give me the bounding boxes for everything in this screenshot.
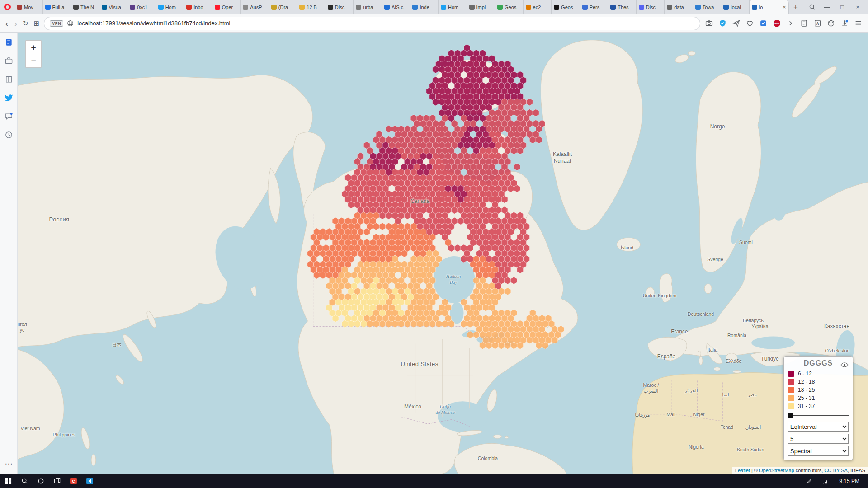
shield-icon[interactable] bbox=[718, 19, 727, 28]
legend-swatch bbox=[788, 379, 794, 385]
pen-icon[interactable] bbox=[801, 474, 817, 488]
sidebar-workspaces-icon[interactable] bbox=[4, 56, 14, 66]
browser-tab[interactable]: 12 B bbox=[297, 0, 326, 14]
new-tab-button[interactable]: + bbox=[789, 3, 802, 12]
cortana-icon[interactable] bbox=[33, 474, 49, 488]
browser-tab[interactable]: AIS c bbox=[382, 0, 410, 14]
app-red-icon[interactable]: C bbox=[65, 474, 81, 488]
browser-tab[interactable]: Inde bbox=[410, 0, 439, 14]
opera-menu-button[interactable] bbox=[0, 4, 14, 10]
maximize-button[interactable]: □ bbox=[838, 4, 846, 10]
browser-tab[interactable]: AusP bbox=[241, 0, 269, 14]
tab-favicon bbox=[158, 5, 164, 10]
classes-count-select[interactable]: 5 bbox=[788, 434, 849, 444]
browser-tab[interactable]: The N bbox=[71, 0, 99, 14]
reload-icon[interactable]: ↻ bbox=[23, 19, 28, 28]
tab-label: Pers bbox=[590, 5, 606, 10]
adblock-icon[interactable]: ABP bbox=[773, 19, 781, 28]
palette-select[interactable]: Spectral bbox=[788, 446, 849, 456]
menu-icon[interactable] bbox=[854, 19, 863, 28]
attribution-link[interactable]: OpenStreetMap bbox=[759, 468, 794, 473]
tab-label: urba bbox=[363, 5, 379, 10]
dictionary-icon[interactable]: A bbox=[813, 19, 822, 28]
tab-favicon bbox=[17, 5, 22, 10]
chevron-icon[interactable] bbox=[786, 19, 795, 28]
tab-close-icon[interactable]: × bbox=[783, 4, 786, 10]
tab-search-icon[interactable] bbox=[809, 4, 816, 10]
browser-tab[interactable]: Thes bbox=[608, 0, 637, 14]
reader-icon[interactable] bbox=[800, 19, 808, 28]
zoom-in-button[interactable]: + bbox=[26, 41, 41, 54]
browser-tab[interactable]: lo× bbox=[750, 0, 789, 14]
sidebar-more-icon[interactable]: ⋯ bbox=[5, 459, 13, 469]
tab-favicon bbox=[299, 5, 305, 10]
sidebar-twitter-icon[interactable] bbox=[4, 93, 14, 103]
tab-favicon bbox=[667, 5, 672, 10]
heart-icon[interactable] bbox=[745, 19, 754, 28]
svg-text:ABP: ABP bbox=[774, 22, 780, 25]
speed-dial-icon[interactable]: ⊞ bbox=[34, 19, 40, 28]
browser-tab[interactable]: urba bbox=[354, 0, 382, 14]
legend-class-row: 18 - 25 bbox=[788, 387, 849, 393]
attribution-link[interactable]: CC-BY-SA bbox=[824, 468, 848, 473]
download-icon[interactable] bbox=[840, 19, 849, 28]
tab-favicon bbox=[356, 5, 361, 10]
tab-label: 0xc1 bbox=[137, 5, 153, 10]
task-view-icon[interactable] bbox=[49, 474, 65, 488]
vpn-badge[interactable]: VPN bbox=[50, 20, 63, 27]
opacity-slider[interactable] bbox=[788, 413, 849, 418]
sidebar-bookmarks-icon[interactable] bbox=[4, 74, 14, 84]
classification-select[interactable]: EqInterval bbox=[788, 422, 849, 432]
back-icon[interactable]: ‹ bbox=[5, 19, 9, 28]
tab-label: (Dra bbox=[278, 5, 295, 10]
url-field[interactable]: VPN localhost:17991/session/viewhtml1d38… bbox=[44, 17, 700, 30]
wallet-icon[interactable] bbox=[759, 19, 768, 28]
zoom-out-button[interactable]: − bbox=[26, 54, 41, 67]
minimize-button[interactable]: — bbox=[823, 4, 831, 10]
cube-icon[interactable] bbox=[827, 19, 835, 28]
sidebar-messages-icon[interactable] bbox=[4, 111, 14, 121]
start-icon[interactable] bbox=[0, 474, 16, 488]
task-search-icon[interactable] bbox=[16, 474, 33, 488]
browser-tab[interactable]: Impl bbox=[467, 0, 495, 14]
opacity-handle[interactable] bbox=[788, 413, 793, 418]
browser-tab[interactable]: Mov bbox=[14, 0, 43, 14]
show-desktop-button[interactable] bbox=[865, 474, 868, 488]
taskbar-clock[interactable]: 9:15 PM bbox=[834, 478, 865, 484]
browser-tab[interactable]: Hom bbox=[156, 0, 184, 14]
send-icon[interactable] bbox=[732, 19, 741, 28]
browser-tab[interactable]: Geos bbox=[495, 0, 524, 14]
camera-icon[interactable] bbox=[705, 19, 713, 28]
browser-tab[interactable]: Full a bbox=[43, 0, 71, 14]
sidebar-speed-dial-icon[interactable] bbox=[4, 37, 14, 47]
tab-label: lo bbox=[759, 5, 781, 10]
browser-tab[interactable]: Inbo bbox=[184, 0, 212, 14]
attribution-link[interactable]: Leaflet bbox=[735, 468, 750, 473]
leaflet-map[interactable]: Россиянгол ус日本Việt NamPhilippinesUnited… bbox=[18, 33, 868, 474]
browser-tab[interactable]: Towa bbox=[693, 0, 722, 14]
tab-label: The N bbox=[80, 5, 97, 10]
tab-label: 12 B bbox=[307, 5, 323, 10]
url-text[interactable]: localhost:17991/session/viewhtml1d3861fb… bbox=[77, 20, 230, 27]
app-vscode-icon[interactable] bbox=[81, 474, 98, 488]
forward-icon[interactable]: › bbox=[14, 19, 17, 28]
tab-label: data bbox=[674, 5, 690, 10]
browser-tab[interactable]: Oper bbox=[212, 0, 241, 14]
network-icon[interactable] bbox=[817, 474, 834, 488]
close-button[interactable]: × bbox=[854, 4, 862, 10]
browser-tab[interactable]: Disc bbox=[326, 0, 354, 14]
browser-tab[interactable]: Pers bbox=[580, 0, 609, 14]
browser-tab[interactable]: local bbox=[721, 0, 750, 14]
browser-tab[interactable]: data bbox=[665, 0, 693, 14]
windows-taskbar: C 9:15 PM bbox=[0, 474, 868, 488]
eye-icon[interactable] bbox=[840, 361, 849, 369]
browser-tab[interactable]: (Dra bbox=[269, 0, 297, 14]
browser-tab[interactable]: ec2- bbox=[524, 0, 552, 14]
browser-tab[interactable]: Disc bbox=[637, 0, 665, 14]
browser-tab[interactable]: 0xc1 bbox=[127, 0, 156, 14]
browser-tab[interactable]: Geos bbox=[552, 0, 580, 14]
map-attribution: Leaflet | © OpenStreetMap contributors, … bbox=[732, 467, 868, 474]
browser-tab[interactable]: Visua bbox=[99, 0, 128, 14]
sidebar-history-icon[interactable] bbox=[4, 130, 14, 140]
browser-tab[interactable]: Hom bbox=[439, 0, 467, 14]
